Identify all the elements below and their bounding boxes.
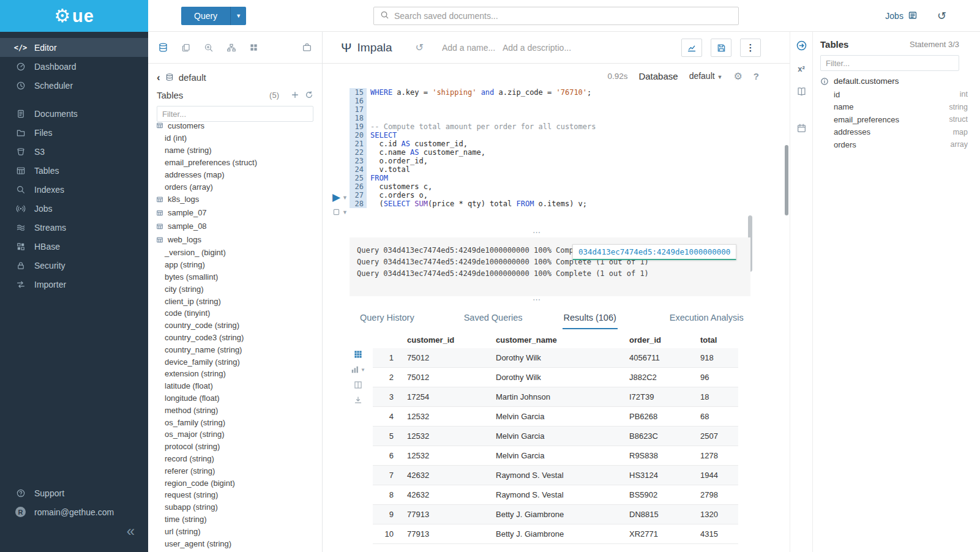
assist-workload-icon[interactable] xyxy=(302,42,312,53)
tree-table-sample-07[interactable]: sample_07 xyxy=(148,206,322,220)
tree-column-latitude-float-[interactable]: latitude (float) xyxy=(148,380,322,392)
assist-zoom-icon[interactable] xyxy=(204,43,214,53)
new-query-button[interactable]: Query ▼ xyxy=(181,7,246,25)
chart-button[interactable] xyxy=(681,39,702,57)
tree-column-app-string-[interactable]: app (string) xyxy=(148,259,322,271)
tree-column-orders-array-[interactable]: orders (array) xyxy=(148,181,322,193)
editor-assistant-icon[interactable] xyxy=(796,40,807,51)
add-table-icon[interactable] xyxy=(291,91,299,99)
table-row[interactable]: 275012Dorothy WilkJ882C296 xyxy=(373,368,738,387)
jobs-link[interactable]: Jobs xyxy=(885,10,918,22)
query-button-label[interactable]: Query xyxy=(181,7,230,25)
right-column-id[interactable]: idint xyxy=(813,88,980,101)
table-row[interactable]: 512532Melvin GarciaB8623C2507 xyxy=(373,427,738,446)
sidebar-item-user[interactable]: R romain@gethue.com xyxy=(0,502,148,521)
column-header-customer-name[interactable]: customer_name xyxy=(491,330,624,348)
sidebar-item-hbase[interactable]: HBase xyxy=(0,237,148,256)
sidebar-item-files[interactable]: Files xyxy=(0,123,148,142)
tree-column-country-code3-string-[interactable]: country_code3 (string) xyxy=(148,332,322,344)
search-input[interactable] xyxy=(394,11,732,21)
tree-column-protocol-string-[interactable]: protocol (string) xyxy=(148,441,322,453)
editor-options-button[interactable]: ▼ xyxy=(332,208,348,216)
tree-column-email-preferences-struct-[interactable]: email_preferences (struct) xyxy=(148,157,322,169)
settings-gear-icon[interactable]: ⚙ xyxy=(733,70,742,82)
tree-column-longitude-float-[interactable]: longitude (float) xyxy=(148,392,322,405)
sql-code-area[interactable]: WHERE a.key = 'shipping' and a.zip_code … xyxy=(370,88,775,208)
tree-column-addresses-map-[interactable]: addresses (map) xyxy=(148,168,322,181)
tree-column-city-string-[interactable]: city (string) xyxy=(148,283,322,295)
tree-column-subapp-string-[interactable]: subapp (string) xyxy=(148,501,322,513)
assist-sitemap-icon[interactable] xyxy=(226,43,236,53)
tree-column-id-int-[interactable]: id (int) xyxy=(148,132,322,144)
sidebar-collapse-button[interactable]: « xyxy=(127,524,135,539)
tree-column-name-string-[interactable]: name (string) xyxy=(148,144,322,157)
table-row[interactable]: 842632Raymond S. VestalBS59022798 xyxy=(373,485,738,505)
refresh-tables-icon[interactable] xyxy=(305,91,313,99)
table-row[interactable]: 317254Martin JohnsonI72T3918 xyxy=(373,387,738,407)
tree-column-record-string-[interactable]: record (string) xyxy=(148,453,322,465)
download-icon[interactable] xyxy=(354,396,362,405)
sidebar-item-jobs[interactable]: Jobs xyxy=(0,199,148,218)
chart-view-icon[interactable]: ▼ xyxy=(351,365,365,374)
tree-column-device-family-string-[interactable]: device_family (string) xyxy=(148,356,322,368)
active-table-row[interactable]: default.customers xyxy=(813,71,980,88)
tree-column-os-major-string-[interactable]: os_major (string) xyxy=(148,428,322,441)
editor-history-icon[interactable]: ↺ xyxy=(416,42,424,53)
engine-selector[interactable]: Ψ Impala xyxy=(341,40,392,55)
query-description-input[interactable] xyxy=(503,43,579,53)
sidebar-item-indexes[interactable]: Indexes xyxy=(0,180,148,199)
log-resize-handle-bottom[interactable]: ⋯ xyxy=(323,297,750,304)
sidebar-item-streams[interactable]: Streams xyxy=(0,218,148,237)
tree-column-time-string-[interactable]: time (string) xyxy=(148,513,322,526)
right-column-addresses[interactable]: addressesmap xyxy=(813,126,980,139)
tree-column-os-family-string-[interactable]: os_family (string) xyxy=(148,416,322,428)
sidebar-item-scheduler[interactable]: Scheduler xyxy=(0,76,148,95)
language-reference-icon[interactable] xyxy=(796,86,807,97)
assist-documents-icon[interactable] xyxy=(181,43,191,53)
sidebar-item-importer[interactable]: Importer xyxy=(0,275,148,294)
tree-table-web-logs[interactable]: web_logs xyxy=(148,233,322,247)
sidebar-item-tables[interactable]: Tables xyxy=(0,161,148,180)
right-column-email-preferences[interactable]: email_preferencesstruct xyxy=(813,113,980,126)
tree-column--version-bigint-[interactable]: _version_ (bigint) xyxy=(148,247,322,259)
query-id-tooltip[interactable]: 034d413ec7474ed5:4249de1000000000 xyxy=(572,244,736,260)
tree-column-extension-string-[interactable]: extension (string) xyxy=(148,368,322,380)
sidebar-item-s3[interactable]: S3 xyxy=(0,142,148,161)
table-row[interactable]: 412532Melvin GarciaPB626868 xyxy=(373,407,738,427)
column-header-total[interactable]: total xyxy=(695,330,738,348)
sidebar-item-support[interactable]: Support xyxy=(0,483,148,502)
tree-column-region-code-bigint-[interactable]: region_code (bigint) xyxy=(148,477,322,489)
table-row[interactable]: 1077913Betty J. GiambroneXR27714315 xyxy=(373,524,738,544)
columns-toggle-icon[interactable] xyxy=(354,381,362,389)
sidebar-item-editor[interactable]: </>Editor xyxy=(0,38,148,57)
schedule-icon[interactable] xyxy=(796,123,807,133)
tree-column-bytes-smallint-[interactable]: bytes (smallint) xyxy=(148,271,322,283)
query-name-input[interactable] xyxy=(442,43,500,53)
tab-saved-queries[interactable]: Saved Queries xyxy=(463,307,524,329)
tree-column-country-name-string-[interactable]: country_name (string) xyxy=(148,343,322,356)
chart-type-caret[interactable]: ▼ xyxy=(361,367,365,373)
right-column-orders[interactable]: ordersarray xyxy=(813,138,980,151)
sidebar-item-security[interactable]: Security xyxy=(0,256,148,275)
sidebar-item-dashboard[interactable]: Dashboard xyxy=(0,57,148,76)
table-row[interactable]: 977913Betty J. GiambroneDN88151320 xyxy=(373,505,738,524)
more-actions-button[interactable]: ⋮ xyxy=(740,39,761,57)
help-icon[interactable]: ? xyxy=(754,71,759,81)
save-button[interactable] xyxy=(711,39,731,57)
table-row[interactable]: 175012Dorothy Wilk4056711918 xyxy=(373,348,738,368)
tree-column-client-ip-string-[interactable]: client_ip (string) xyxy=(148,295,322,307)
grid-view-icon[interactable] xyxy=(354,350,362,359)
tree-table-customers[interactable]: customers xyxy=(148,119,322,132)
execute-options-caret[interactable]: ▼ xyxy=(342,195,348,201)
hue-logo[interactable]: ⚙ ue xyxy=(0,0,148,32)
table-row[interactable]: 612532Melvin GarciaR9S8381278 xyxy=(373,446,738,466)
tree-column-code-tinyint-[interactable]: code (tinyint) xyxy=(148,307,322,319)
assist-databases-icon[interactable] xyxy=(158,42,168,53)
query-dropdown-caret[interactable]: ▼ xyxy=(230,7,246,25)
tab-query-history[interactable]: Query History xyxy=(359,307,416,329)
tree-table-k8s-logs[interactable]: k8s_logs xyxy=(148,193,322,206)
database-select[interactable]: default ▼ xyxy=(689,71,723,81)
tree-column-referer-string-[interactable]: referer (string) xyxy=(148,464,322,477)
assist-apps-icon[interactable] xyxy=(249,43,258,52)
tree-column-url-string-[interactable]: url (string) xyxy=(148,525,322,537)
